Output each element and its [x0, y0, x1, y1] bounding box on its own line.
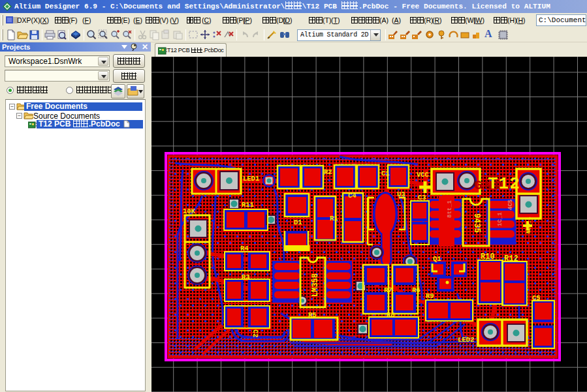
svg-text:R8: R8	[387, 311, 395, 319]
svg-text:10K: 10K	[183, 207, 196, 215]
svg-text:1C_1: 1C_1	[497, 212, 503, 226]
svg-text:LED2: LED2	[458, 336, 474, 344]
svg-text:R1: R1	[330, 215, 338, 222]
svg-text:R3: R3	[242, 273, 250, 281]
svg-text:8tt_1: 8tt_1	[447, 200, 453, 218]
svg-text:VCC: VCC	[417, 171, 430, 179]
svg-text:D1: D1	[294, 219, 302, 226]
svg-text:9435: 9435	[472, 213, 481, 233]
svg-text:4C5_: 4C5_	[507, 196, 514, 210]
svg-text:LED1: LED1	[243, 175, 259, 183]
svg-text:R9: R9	[426, 292, 434, 300]
svg-text:C2: C2	[251, 329, 259, 338]
svg-text:LM358: LM358	[311, 273, 320, 297]
svg-text:R2: R2	[324, 168, 332, 176]
svg-text:Q1: Q1	[433, 255, 441, 263]
svg-text:R6: R6	[412, 286, 420, 294]
svg-text:NEC_1: NEC_1	[526, 217, 532, 234]
svg-text:R11: R11	[242, 201, 254, 209]
